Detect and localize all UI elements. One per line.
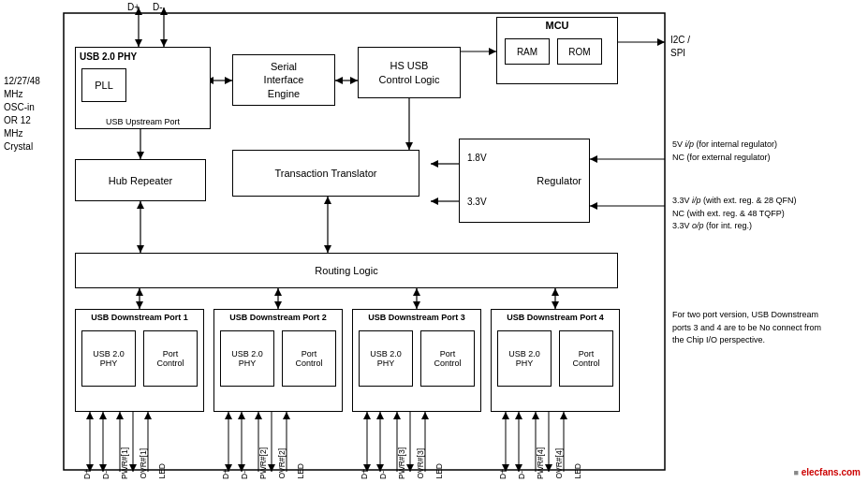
hr-box: Hub Repeater xyxy=(75,159,206,201)
mcu-box: MCU RAM ROM xyxy=(496,17,618,84)
svg-marker-21 xyxy=(137,245,144,253)
mcu-label: MCU xyxy=(497,20,617,31)
phy-title: USB 2.0 PHY xyxy=(80,51,137,62)
ram-box: RAM xyxy=(505,38,550,65)
port3-ovr: OVR#[3] xyxy=(416,448,425,479)
svg-marker-10 xyxy=(225,77,232,84)
crystal-line-6: Crystal xyxy=(4,141,33,152)
ds-port-4-title: USB Downstream Port 4 xyxy=(492,313,619,322)
upstream-dp-label: D+ xyxy=(127,2,140,12)
v5-annotation: 5V i/p (for internal regulator) NC (for … xyxy=(672,139,777,164)
ds-note-annotation: For two port version, USB Downstream por… xyxy=(672,309,860,347)
svg-marker-69 xyxy=(255,412,262,419)
reg-33-label: 3.3V xyxy=(467,197,487,207)
crystal-line-3: OSC-in xyxy=(4,102,35,112)
port2-signals: D+ D- PWR#[2] OVR#[2] LED xyxy=(221,447,305,479)
svg-marker-6 xyxy=(160,39,168,47)
port1-led: LED xyxy=(157,463,167,479)
svg-marker-81 xyxy=(393,412,401,419)
svg-marker-31 xyxy=(590,155,597,163)
pll-label: PLL xyxy=(95,80,113,91)
hs-usb-label: HS USB Control Logic xyxy=(379,59,440,86)
svg-marker-13 xyxy=(350,77,358,84)
ds-port-2-phy: USB 2.0 PHY xyxy=(220,330,274,387)
svg-marker-27 xyxy=(489,48,496,55)
svg-marker-57 xyxy=(116,412,124,419)
hr-label: Hub Repeater xyxy=(109,175,173,186)
svg-marker-33 xyxy=(590,202,597,210)
svg-marker-87 xyxy=(502,412,509,419)
ds-port-4-phy: USB 2.0 PHY xyxy=(497,330,552,387)
regulator-label: Regulator xyxy=(537,139,581,222)
svg-marker-93 xyxy=(532,412,539,419)
crystal-line-2: MHz xyxy=(4,89,23,99)
svg-marker-40 xyxy=(136,288,143,296)
i2c-spi-label: I2C /SPI xyxy=(670,34,690,60)
svg-marker-61 xyxy=(144,412,152,419)
routing-label: Routing Logic xyxy=(315,265,377,276)
svg-marker-75 xyxy=(363,412,371,419)
port1-signals: D+ D- PWR#[1] OVR#[1] LED xyxy=(82,447,167,479)
port2-ovr: OVR#[2] xyxy=(277,448,287,479)
svg-marker-97 xyxy=(560,412,567,419)
svg-marker-25 xyxy=(324,197,331,204)
svg-marker-46 xyxy=(413,288,420,296)
port3-dm: D- xyxy=(378,471,388,479)
ds-port-1-box: USB Downstream Port 1 USB 2.0 PHY Port C… xyxy=(75,309,204,412)
hs-usb-box: HS USB Control Logic xyxy=(358,47,461,98)
phy-box: USB 2.0 PHY PLL USB Upstream Port xyxy=(75,47,211,129)
svg-marker-42 xyxy=(274,301,282,309)
port3-led: LED xyxy=(434,463,444,479)
sie-box: Serial Interface Engine xyxy=(232,54,335,106)
svg-marker-49 xyxy=(552,288,559,296)
port4-pwr: PWR#[4] xyxy=(536,447,545,479)
port1-pwr: PWR#[1] xyxy=(120,447,129,479)
svg-marker-43 xyxy=(274,288,282,296)
diagram-container: 12/27/48 MHz OSC-in OR 12 MHz Crystal D+… xyxy=(0,0,868,483)
upstream-dm-label: D- xyxy=(153,2,163,12)
svg-marker-39 xyxy=(136,301,143,309)
svg-marker-63 xyxy=(225,412,232,419)
svg-marker-2 xyxy=(135,39,142,47)
ds-port-1-phy: USB 2.0 PHY xyxy=(81,330,136,387)
port3-pwr: PWR#[3] xyxy=(397,447,406,479)
rom-box: ROM xyxy=(557,38,602,65)
sie-label: Serial Interface Engine xyxy=(264,60,304,100)
crystal-line-5: MHz xyxy=(4,128,23,139)
routing-box: Routing Logic xyxy=(75,253,618,288)
port4-ovr: OVR#[4] xyxy=(554,448,564,479)
crystal-line-1: 12/27/48 xyxy=(4,76,40,86)
svg-marker-78 xyxy=(376,412,384,419)
port1-dp: D+ xyxy=(82,469,92,479)
ds-port-1-title: USB Downstream Port 1 xyxy=(76,313,203,322)
svg-marker-85 xyxy=(421,412,429,419)
ds-port-3-box: USB Downstream Port 3 USB 2.0 PHY Port C… xyxy=(352,309,481,412)
crystal-line-4: OR 12 xyxy=(4,115,31,125)
svg-marker-24 xyxy=(324,245,331,253)
pll-box: PLL xyxy=(81,68,126,102)
svg-marker-66 xyxy=(238,412,245,419)
ds-port-1-ctrl: Port Control xyxy=(143,330,198,387)
svg-marker-22 xyxy=(137,201,144,209)
ds-port-2-title: USB Downstream Port 2 xyxy=(214,313,342,322)
svg-marker-73 xyxy=(283,412,290,419)
svg-marker-54 xyxy=(99,412,107,419)
svg-marker-14 xyxy=(335,77,343,84)
watermark-text: elecfans.com xyxy=(802,467,861,477)
svg-marker-45 xyxy=(413,301,420,309)
reg-18-label: 1.8V xyxy=(467,153,487,163)
svg-marker-51 xyxy=(86,412,94,419)
ds-port-3-phy: USB 2.0 PHY xyxy=(359,330,413,387)
ram-label: RAM xyxy=(517,47,537,57)
ds-port-2-ctrl: Port Control xyxy=(282,330,336,387)
svg-marker-37 xyxy=(431,198,438,205)
port2-led: LED xyxy=(296,463,305,479)
v33-annotation: 3.3V i/p (with ext. reg. & 28 QFN) NC (w… xyxy=(672,195,797,233)
svg-marker-35 xyxy=(431,160,438,168)
port2-dm: D- xyxy=(240,471,249,479)
crystal-label: 12/27/48 MHz OSC-in OR 12 MHz Crystal xyxy=(4,75,40,154)
svg-marker-18 xyxy=(137,152,144,159)
rom-label: ROM xyxy=(568,47,590,57)
ds-port-4-ctrl: Port Control xyxy=(559,330,613,387)
ds-port-4-box: USB Downstream Port 4 USB 2.0 PHY Port C… xyxy=(491,309,620,412)
